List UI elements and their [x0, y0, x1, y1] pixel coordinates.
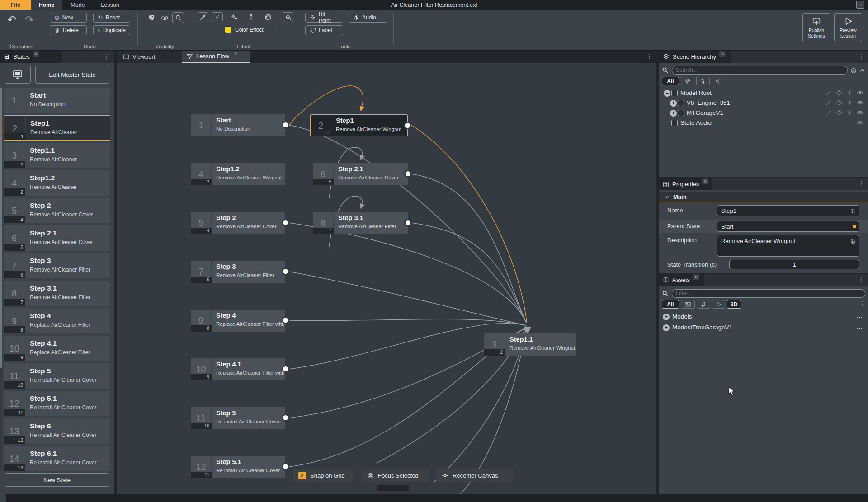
- flow-node[interactable]: 54Step 2Remove AirCleaner Cover: [191, 212, 285, 234]
- pen-icon[interactable]: [826, 109, 832, 116]
- fill-effect-button[interactable]: [283, 12, 293, 22]
- scene-hierarchy-tab[interactable]: Scene Hierarchy ×: [659, 51, 731, 63]
- state-list-item[interactable]: 1312Step 6Re install Air Cleaner Cover: [4, 418, 110, 444]
- assets-filter-all[interactable]: All: [662, 300, 679, 309]
- redo-icon[interactable]: ↷: [25, 14, 34, 25]
- master-state-screen-button[interactable]: [5, 66, 31, 84]
- hierarchy-row[interactable]: +V8_Engine_351: [659, 99, 868, 108]
- state-transition-field[interactable]: 1: [729, 260, 859, 269]
- assets-tab[interactable]: Assets ×: [659, 274, 704, 286]
- palette-icon[interactable]: [836, 99, 842, 106]
- hierarchy-filter-audio[interactable]: [712, 77, 725, 85]
- node-output-port[interactable]: [404, 170, 412, 178]
- node-output-port[interactable]: [282, 121, 289, 129]
- flow-node[interactable]: 42Step1.2Remove AirCleaner Wingnut: [191, 163, 285, 185]
- pen-icon[interactable]: [826, 89, 832, 96]
- node-output-port[interactable]: [282, 267, 289, 275]
- palette-effect-button[interactable]: [263, 12, 274, 22]
- undo-icon[interactable]: ↶: [7, 14, 16, 25]
- flow-node[interactable]: 87Step 3.1Remove AirCleaner Filter: [313, 212, 408, 234]
- layout-grid-icon[interactable]: [146, 13, 156, 23]
- asset-row[interactable]: +ModestTreeGarageV1…: [659, 324, 868, 333]
- new-state-button[interactable]: New State: [5, 473, 109, 487]
- new-state-ribbon-button[interactable]: ⊕ New: [50, 13, 87, 23]
- node-output-port[interactable]: [282, 316, 289, 324]
- flow-node[interactable]: 21Step1Remove AirCleaner Wingnut: [310, 114, 408, 136]
- hierarchy-filter-3d[interactable]: [681, 77, 694, 85]
- flow-menu-icon[interactable]: ⋮: [646, 52, 653, 60]
- focus-selected-button[interactable]: Focus Selected: [362, 469, 429, 482]
- assets-filter-video[interactable]: [712, 300, 725, 309]
- checkbox-checked-icon[interactable]: ✓: [298, 472, 306, 479]
- hierarchy-menu-icon[interactable]: ⋮: [858, 52, 864, 60]
- publish-settings-button[interactable]: Publish Settings: [802, 13, 830, 42]
- menu-tab-mode[interactable]: Mode: [62, 0, 94, 10]
- assets-menu-icon[interactable]: ⋮: [858, 276, 864, 283]
- state-list-item[interactable]: 109Step 4.1Replace AirCleaner Filter: [4, 336, 110, 361]
- node-output-port[interactable]: [282, 463, 289, 470]
- hierarchy-checkbox[interactable]: [671, 90, 678, 96]
- state-list-item[interactable]: 54Step 2Remove AirCleaner Cover: [4, 198, 110, 223]
- pen-icon[interactable]: [826, 99, 832, 106]
- hierarchy-filter-interact[interactable]: [696, 77, 710, 85]
- states-scrollbar[interactable]: [0, 88, 2, 471]
- palette-icon[interactable]: [836, 89, 842, 96]
- mannequin-effect-button[interactable]: [245, 12, 256, 22]
- state-list-item[interactable]: 87Step 3.1Remove AirCleaner Filter: [4, 281, 110, 306]
- hierarchy-row[interactable]: +MTGarageV1: [659, 108, 868, 118]
- close-icon[interactable]: ×: [232, 51, 239, 56]
- eye-visibility-icon[interactable]: [159, 13, 170, 23]
- hit-point-button[interactable]: Hit Point: [305, 13, 343, 23]
- state-list-item[interactable]: 76Step 3Remove AirCleaner Filter: [4, 253, 110, 278]
- state-list-item[interactable]: 42Step1.2Remove AirCleaner: [4, 170, 110, 196]
- mannequin-icon[interactable]: [846, 89, 853, 96]
- flow-node[interactable]: 32Step1.1Remove AirCleaner Wingnut: [484, 333, 576, 356]
- hierarchy-row[interactable]: State Audio: [659, 118, 868, 128]
- color-swatch[interactable]: [225, 26, 231, 33]
- isolate-icon[interactable]: ◎: [851, 66, 856, 74]
- palette-icon[interactable]: [836, 109, 842, 116]
- state-list-item[interactable]: 1110Step 5Re install Air Cleaner Cover: [4, 363, 110, 389]
- edit-master-state-button[interactable]: Edit Master State: [35, 66, 109, 84]
- flow-node[interactable]: 98Step 4Replace AirCleaner Filter with: [191, 310, 285, 332]
- duplicate-button[interactable]: Duplicate: [93, 25, 130, 35]
- assets-filter-3d[interactable]: 3D: [727, 300, 741, 309]
- description-field[interactable]: Remove AirCleaner Wingnut: [717, 235, 859, 257]
- eye-icon[interactable]: [857, 89, 863, 96]
- node-output-port[interactable]: [404, 122, 411, 129]
- chevron-up-icon[interactable]: [859, 67, 865, 73]
- parent-state-field[interactable]: Start: [717, 221, 859, 232]
- hierarchy-filter-all[interactable]: All: [662, 77, 679, 85]
- asset-options-icon[interactable]: …: [857, 313, 863, 319]
- node-output-port[interactable]: [282, 219, 289, 226]
- state-list-item[interactable]: 65Step 2.1Remove AirCleaner Cover: [4, 225, 110, 251]
- hierarchy-checkbox[interactable]: [678, 110, 684, 116]
- minus-expander-icon[interactable]: −: [664, 90, 670, 97]
- flow-node[interactable]: 1211Step 5.1Re install Air Cleaner Cover: [191, 456, 285, 478]
- globe-icon[interactable]: [850, 208, 856, 214]
- state-list-item[interactable]: 1413Step 6.1Re install Air Cleaner Cover: [4, 446, 110, 471]
- flow-canvas[interactable]: 1StartNo Description21Step1Remove AirCle…: [117, 63, 656, 494]
- flow-node[interactable]: 1110Step 5Re install Air Cleaner Cover: [191, 407, 285, 429]
- name-field[interactable]: Step1: [717, 205, 859, 216]
- states-panel-menu-icon[interactable]: ⋮: [103, 52, 109, 60]
- menu-tab-home[interactable]: Home: [31, 0, 62, 10]
- tab-lesson-flow[interactable]: Lesson Flow ×: [182, 51, 250, 63]
- assets-filter-input[interactable]: [672, 289, 865, 298]
- color-effect-control[interactable]: Color Effect: [225, 26, 263, 33]
- hierarchy-checkbox[interactable]: [678, 100, 684, 106]
- close-icon[interactable]: ×: [693, 274, 699, 280]
- properties-menu-icon[interactable]: ⋮: [858, 180, 864, 187]
- flow-node[interactable]: 76Step 3Remove AirCleaner Filter: [191, 261, 285, 283]
- delete-button[interactable]: Delete: [50, 25, 87, 35]
- hierarchy-row[interactable]: −Model Root: [659, 89, 868, 98]
- plus-expander-icon[interactable]: +: [670, 100, 677, 107]
- assets-tabs-menu-icon[interactable]: ⋮: [859, 300, 865, 309]
- plus-expander-icon[interactable]: +: [663, 314, 670, 320]
- node-output-port[interactable]: [282, 365, 289, 373]
- zoom-search-button[interactable]: [172, 12, 184, 23]
- node-output-port[interactable]: [404, 219, 412, 226]
- close-icon[interactable]: ×: [33, 51, 39, 57]
- label-button[interactable]: Label: [305, 25, 343, 35]
- menu-tab-lesson[interactable]: Lesson: [94, 0, 127, 10]
